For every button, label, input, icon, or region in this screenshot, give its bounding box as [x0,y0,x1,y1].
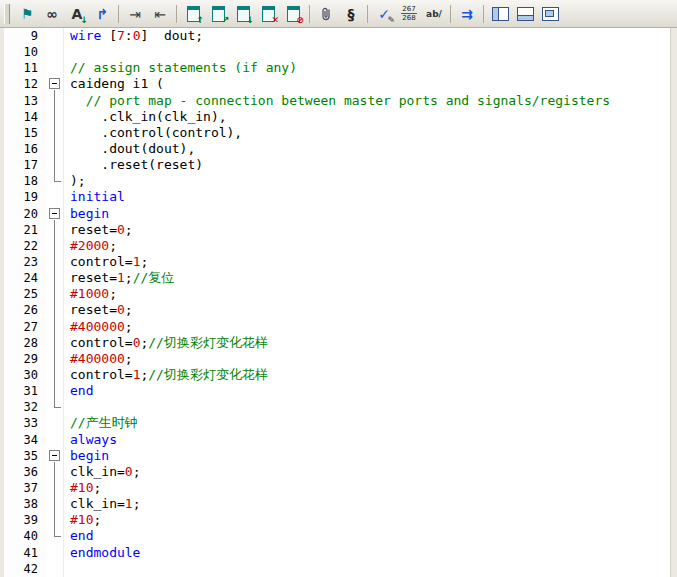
code-token: [ [101,28,117,43]
code-line[interactable]: 34always [4,432,671,448]
file-next-button[interactable]: ↓ [231,2,255,26]
line-numbers-button[interactable]: 267268 [397,2,421,26]
code-token: always [70,432,117,447]
code-text: .dout(dout), [64,141,671,157]
file-delete-button[interactable]: ✕ [256,2,280,26]
code-line[interactable]: 22#2000; [4,238,671,254]
code-line[interactable]: 32 [4,399,671,415]
split-vertical-button[interactable] [488,2,512,26]
code-editor[interactable]: 9wire [7:0] dout;1011// assign statement… [0,28,677,577]
code-line[interactable]: 20begin [4,206,671,222]
word-wrap-icon: ab/ [426,9,442,19]
code-token: ; [125,302,133,317]
code-token: reset= [70,302,117,317]
line-number: 32 [4,399,46,415]
code-token: // assign statements (if any) [70,60,297,75]
line-number: 17 [4,157,46,173]
code-line[interactable]: 41endmodule [4,545,671,561]
fold-toggle-icon[interactable] [49,78,60,89]
code-line[interactable]: 14 .clk_in(clk_in), [4,109,671,125]
line-number: 28 [4,335,46,351]
file-insert-button[interactable]: ↗ [206,2,230,26]
code-line[interactable]: 16 .dout(dout), [4,141,671,157]
outdent-icon: ⇤ [154,7,166,21]
code-line[interactable]: 40end [4,528,671,544]
code-line[interactable]: 10 [4,44,671,60]
fold-margin [46,28,64,44]
attach-icon [318,6,334,22]
code-line[interactable]: 15 .control(control), [4,125,671,141]
code-text: begin [64,206,671,222]
code-line[interactable]: 38clk_in=1; [4,496,671,512]
toolbar-separator [118,5,119,23]
code-line[interactable]: 17 .reset(reset) [4,157,671,173]
code-line[interactable]: 31end [4,383,671,399]
split-horizontal-button[interactable] [513,2,537,26]
code-text: end [64,383,671,399]
fold-margin [46,399,64,415]
code-line[interactable]: 9wire [7:0] dout; [4,28,671,44]
code-line[interactable]: 35begin [4,448,671,464]
code-line[interactable]: 33//产生时钟 [4,415,671,431]
code-token: #10 [70,512,93,527]
code-token: ; [93,512,101,527]
code-text: reset=0; [64,222,671,238]
spell-check-button[interactable]: ✓✎ [372,2,396,26]
code-line[interactable]: 21reset=0; [4,222,671,238]
code-line[interactable]: 13 // port map - connection between mast… [4,93,671,109]
code-text: caideng i1 ( [64,76,671,92]
cascade-windows-button[interactable] [538,2,562,26]
fold-margin [46,335,64,351]
code-line[interactable]: 39#10; [4,512,671,528]
outdent-button[interactable]: ⇤ [148,2,172,26]
code-token: control= [70,335,133,350]
scrollbar[interactable] [670,28,677,577]
line-numbers-icon: 267268 [401,5,416,22]
file-close-button[interactable]: ⊘ [281,2,305,26]
code-text: endmodule [64,545,671,561]
fold-margin [46,512,64,528]
bookmark-toggle-button[interactable]: ⚑ [15,2,39,26]
find-button[interactable]: ∞ [40,2,64,26]
code-line[interactable]: 12caideng i1 ( [4,76,671,92]
toolbar-grip[interactable] [4,4,10,24]
code-line[interactable]: 30control=1;//切换彩灯变化花样 [4,367,671,383]
code-line[interactable]: 37#10; [4,480,671,496]
code-token: ] dout; [140,28,203,43]
code-token: begin [70,206,109,221]
code-line[interactable]: 24reset=1;//复位 [4,270,671,286]
code-line[interactable]: 23control=1; [4,254,671,270]
code-line[interactable]: 19initial [4,189,671,205]
code-line[interactable]: 36clk_in=0; [4,464,671,480]
line-number: 39 [4,512,46,528]
code-token: ; [140,254,148,269]
code-line[interactable]: 18); [4,173,671,189]
code-line[interactable]: 26reset=0; [4,302,671,318]
code-line[interactable]: 11// assign statements (if any) [4,60,671,76]
attach-button[interactable] [314,2,338,26]
code-token: .clk_in(clk_in), [70,109,227,124]
fold-margin [46,448,64,464]
code-token: 1 [125,496,133,511]
file-prev-button[interactable]: ↑ [181,2,205,26]
code-text: initial [64,189,671,205]
code-token: caideng i1 ( [70,76,164,91]
word-wrap-button[interactable]: ab/ [422,2,446,26]
goto-next-button[interactable]: ⇉ [455,2,479,26]
code-line[interactable]: 27#400000; [4,319,671,335]
find-next-overlay-icon: ↓ [80,16,88,25]
code-token: 1 [117,270,125,285]
special-symbols-button[interactable]: § [339,2,363,26]
find-next-button[interactable]: A↓ [65,2,89,26]
goto-line-button[interactable]: ↱ [90,2,114,26]
indent-button[interactable]: ⇥ [123,2,147,26]
code-line[interactable]: 25#1000; [4,286,671,302]
fold-toggle-icon[interactable] [49,208,60,219]
fold-toggle-icon[interactable] [49,450,60,461]
code-line[interactable]: 28control=0;//切换彩灯变化花样 [4,335,671,351]
code-token: #400000 [70,319,125,334]
code-text: clk_in=1; [64,496,671,512]
code-line[interactable]: 29#400000; [4,351,671,367]
fold-margin [46,302,64,318]
code-line[interactable]: 42 [4,561,671,577]
